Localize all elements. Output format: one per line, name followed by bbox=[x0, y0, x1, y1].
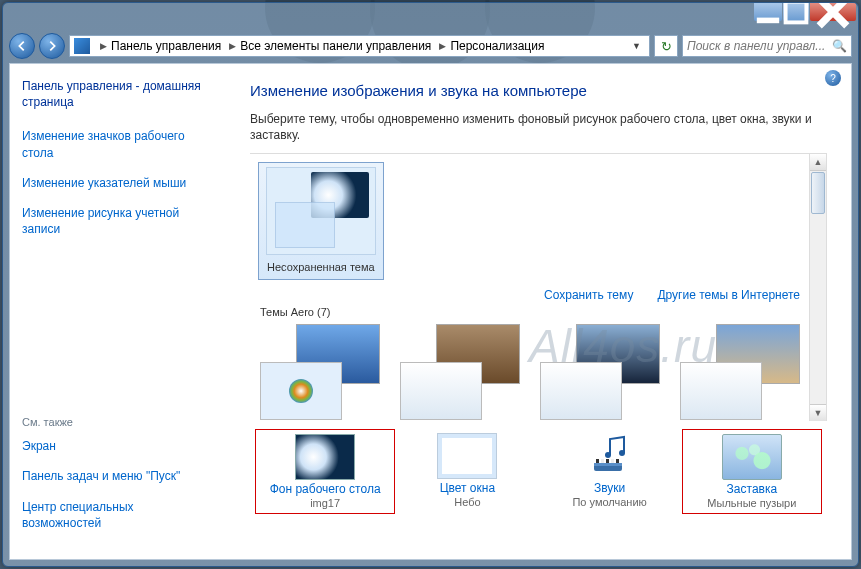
themes-scroll-area: Несохраненная тема Сохранить тему Другие… bbox=[250, 153, 827, 421]
search-placeholder: Поиск в панели управл... bbox=[687, 39, 825, 53]
setting-title: Звуки bbox=[542, 481, 678, 495]
svg-rect-6 bbox=[606, 459, 609, 463]
scroll-thumb[interactable] bbox=[811, 172, 825, 214]
setting-title: Цвет окна bbox=[399, 481, 535, 495]
breadcrumb-personalization[interactable]: ▶Персонализация bbox=[433, 39, 546, 53]
theme-item-windows7[interactable] bbox=[260, 324, 380, 420]
save-theme-link[interactable]: Сохранить тему bbox=[544, 288, 633, 302]
svg-point-10 bbox=[619, 450, 625, 456]
svg-rect-5 bbox=[601, 459, 604, 463]
breadcrumb-all-items[interactable]: ▶Все элементы панели управления bbox=[223, 39, 433, 53]
setting-title: Заставка bbox=[685, 482, 819, 496]
theme-thumbnail bbox=[266, 167, 376, 255]
svg-rect-8 bbox=[616, 459, 619, 463]
sounds-icon bbox=[580, 433, 640, 479]
back-button[interactable] bbox=[9, 33, 35, 59]
titlebar bbox=[3, 3, 858, 31]
maximize-button[interactable] bbox=[783, 3, 809, 21]
close-button[interactable] bbox=[810, 3, 856, 21]
theme-item-unsaved[interactable]: Несохраненная тема bbox=[258, 162, 384, 280]
screensaver-icon bbox=[722, 434, 782, 480]
theme-actions: Сохранить тему Другие темы в Интернете bbox=[262, 288, 800, 302]
setting-value: Небо bbox=[399, 496, 535, 508]
search-input[interactable]: Поиск в панели управл... 🔍 bbox=[682, 35, 852, 57]
sidebar-home[interactable]: Панель управления - домашняя страница bbox=[22, 78, 210, 110]
sidebar-item-account-picture[interactable]: Изменение рисунка учетной записи bbox=[22, 205, 210, 237]
breadcrumb-label: Персонализация bbox=[450, 39, 544, 53]
sidebar-item-ease-of-access[interactable]: Центр специальных возможностей bbox=[22, 499, 210, 531]
breadcrumb-label: Все элементы панели управления bbox=[240, 39, 431, 53]
setting-value: img17 bbox=[258, 497, 392, 509]
page-title: Изменение изображения и звука на компьют… bbox=[250, 82, 827, 99]
help-icon[interactable]: ? bbox=[825, 70, 841, 86]
setting-value: Мыльные пузыри bbox=[685, 497, 819, 509]
address-dropdown-icon[interactable]: ▼ bbox=[628, 41, 645, 51]
theme-item-architecture[interactable] bbox=[400, 324, 520, 420]
main-panel: ? Изменение изображения и звука на компь… bbox=[222, 64, 851, 559]
vertical-scrollbar[interactable]: ▲ ▼ bbox=[809, 154, 826, 421]
theme-caption: Несохраненная тема bbox=[263, 259, 379, 275]
personalization-window: ▶Панель управления ▶Все элементы панели … bbox=[2, 2, 859, 567]
window-color-icon bbox=[437, 433, 497, 479]
refresh-button[interactable]: ↻ bbox=[654, 35, 678, 57]
minimize-button[interactable] bbox=[754, 3, 782, 21]
svg-rect-4 bbox=[596, 459, 599, 463]
aero-category-label: Темы Aero (7) bbox=[260, 306, 804, 318]
svg-rect-0 bbox=[757, 18, 779, 24]
search-icon: 🔍 bbox=[832, 39, 847, 53]
address-bar[interactable]: ▶Панель управления ▶Все элементы панели … bbox=[69, 35, 650, 57]
more-themes-link[interactable]: Другие темы в Интернете bbox=[657, 288, 800, 302]
svg-point-9 bbox=[605, 452, 611, 458]
settings-row: Фон рабочего стола img17 Цвет окна Небо … bbox=[250, 429, 827, 514]
theme-item-characters[interactable] bbox=[540, 324, 660, 420]
setting-title: Фон рабочего стола bbox=[258, 482, 392, 496]
address-bar-row: ▶Панель управления ▶Все элементы панели … bbox=[3, 31, 858, 61]
wallpaper-icon bbox=[295, 434, 355, 480]
scroll-down-icon[interactable]: ▼ bbox=[810, 404, 826, 421]
sidebar-item-taskbar[interactable]: Панель задач и меню "Пуск" bbox=[22, 468, 210, 484]
see-also-heading: См. также bbox=[22, 416, 210, 428]
svg-rect-3 bbox=[594, 463, 622, 466]
breadcrumb-control-panel[interactable]: ▶Панель управления bbox=[94, 39, 223, 53]
sidebar-item-display[interactable]: Экран bbox=[22, 438, 210, 454]
aero-theme-row bbox=[258, 324, 804, 420]
page-description: Выберите тему, чтобы одновременно измени… bbox=[250, 111, 827, 143]
svg-rect-7 bbox=[611, 459, 614, 463]
breadcrumb-label: Панель управления bbox=[111, 39, 221, 53]
desktop-background-button[interactable]: Фон рабочего стола img17 bbox=[255, 429, 395, 514]
control-panel-icon bbox=[74, 38, 90, 54]
window-color-button[interactable]: Цвет окна Небо bbox=[397, 429, 537, 512]
sidebar: Панель управления - домашняя страница Из… bbox=[10, 64, 222, 559]
sidebar-item-mouse-pointers[interactable]: Изменение указателей мыши bbox=[22, 175, 210, 191]
screensaver-button[interactable]: Заставка Мыльные пузыри bbox=[682, 429, 822, 514]
setting-value: По умолчанию bbox=[542, 496, 678, 508]
forward-button[interactable] bbox=[39, 33, 65, 59]
content-area: Панель управления - домашняя страница Из… bbox=[9, 63, 852, 560]
scroll-up-icon[interactable]: ▲ bbox=[810, 154, 826, 171]
svg-rect-1 bbox=[786, 2, 807, 22]
sidebar-item-desktop-icons[interactable]: Изменение значков рабочего стола bbox=[22, 128, 210, 160]
sounds-button[interactable]: Звуки По умолчанию bbox=[540, 429, 680, 512]
theme-item-landscapes[interactable] bbox=[680, 324, 800, 420]
